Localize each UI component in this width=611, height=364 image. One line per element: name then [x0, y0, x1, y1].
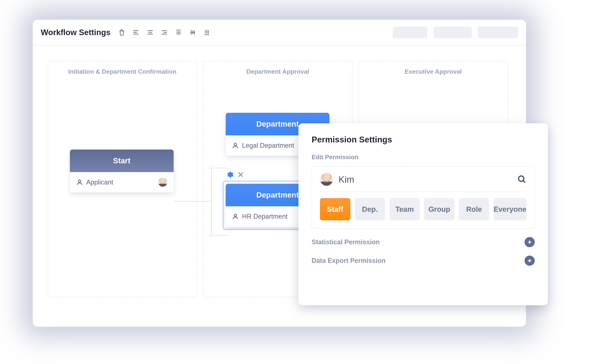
add-export-permission-button[interactable]: [525, 256, 535, 266]
statistical-permission-row: Statistical Permission: [312, 237, 535, 247]
close-icon[interactable]: [237, 171, 244, 179]
node-actor: Applicant: [86, 179, 113, 186]
filter-group[interactable]: Group: [424, 198, 454, 220]
node-start[interactable]: Start Applicant: [70, 150, 174, 193]
avatar: [320, 173, 333, 186]
filter-staff[interactable]: Staff: [320, 198, 350, 220]
permission-panel: Permission Settings Edit Permission Kim …: [298, 123, 548, 305]
person-icon: [232, 142, 239, 149]
filter-role[interactable]: Role: [459, 198, 489, 220]
export-permission-row: Data Export Permission: [312, 256, 535, 266]
edit-permission-label: Edit Permission: [312, 154, 535, 161]
distribute-top-icon[interactable]: [174, 28, 183, 36]
svg-point-1: [234, 143, 237, 145]
panel-title: Permission Settings: [312, 135, 535, 144]
filter-dep[interactable]: Dep.: [355, 198, 385, 220]
add-statistical-permission-button[interactable]: [525, 237, 535, 247]
lane-title: Initiation & Department Confirmation: [48, 68, 197, 75]
node-tools: [226, 171, 244, 179]
toolbar-placeholder[interactable]: [434, 26, 472, 38]
export-permission-label: Data Export Permission: [312, 257, 385, 264]
statistical-permission-label: Statistical Permission: [312, 238, 380, 246]
toolbar-placeholder[interactable]: [393, 26, 427, 38]
align-right-icon[interactable]: [160, 28, 168, 36]
svg-point-0: [79, 180, 81, 182]
align-center-icon[interactable]: [146, 28, 154, 36]
edit-permission-box: Kim Staff Dep. Team Group Role Everyone: [312, 166, 535, 229]
node-title: Start: [70, 150, 174, 172]
filter-team[interactable]: Team: [389, 198, 420, 220]
avatar: [158, 178, 167, 187]
permission-search[interactable]: Kim: [320, 173, 526, 192]
person-icon: [232, 213, 239, 220]
svg-point-3: [518, 176, 524, 181]
page-title: Workflow Settings: [41, 28, 110, 37]
toolbar: Workflow Settings: [33, 20, 526, 45]
lane-title: Executive Approval: [359, 68, 507, 75]
svg-point-2: [234, 214, 237, 217]
distribute-middle-icon[interactable]: [189, 28, 197, 36]
trash-icon[interactable]: [118, 28, 126, 36]
gear-icon[interactable]: [226, 171, 234, 179]
align-left-icon[interactable]: [132, 28, 140, 36]
toolbar-placeholder[interactable]: [478, 26, 518, 38]
search-name: Kim: [339, 174, 354, 185]
lane-title: Department Approval: [203, 68, 352, 75]
filter-everyone[interactable]: Everyone: [494, 198, 526, 220]
person-icon: [76, 179, 83, 186]
node-actor: Legal Department: [242, 142, 294, 149]
distribute-bottom-icon[interactable]: [203, 28, 211, 36]
search-icon[interactable]: [517, 175, 526, 184]
filter-row: Staff Dep. Team Group Role Everyone: [320, 198, 526, 220]
node-actor: HR Department: [242, 213, 288, 220]
